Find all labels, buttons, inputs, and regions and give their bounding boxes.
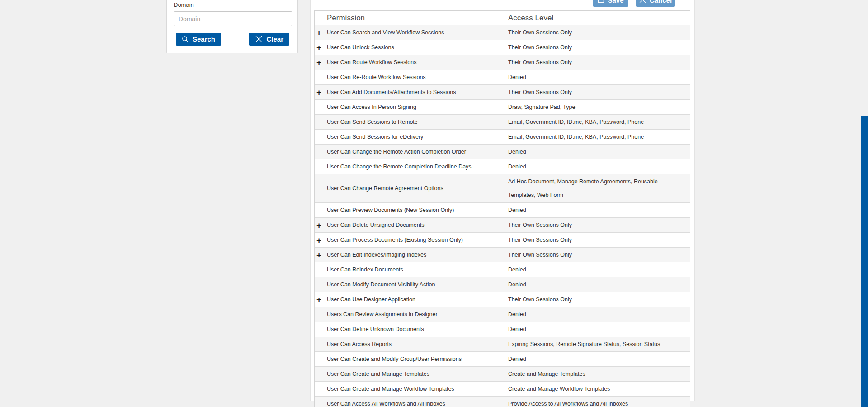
expand-cell: + [315,130,327,144]
access-level-cell: Their Own Sessions Only [508,25,680,40]
access-level-cell: Ad Hoc Document, Manage Remote Agreement… [508,174,680,202]
plus-icon[interactable]: + [316,221,321,229]
plus-icon[interactable]: + [316,28,321,37]
expand-cell: + [315,262,327,277]
table-row: + User Can Process Documents (Existing S… [315,232,690,247]
permission-cell: User Can Create and Manage Workflow Temp… [327,382,508,396]
expand-cell: + [315,100,327,114]
permission-cell: User Can Change Remote Agreement Options [327,174,508,202]
cancel-button-label: Cancel [650,0,672,4]
access-level-cell: Draw, Signature Pad, Type [508,100,680,114]
access-level-cell: Their Own Sessions Only [508,85,680,99]
permission-cell: User Can Send Sessions for eDelivery [327,130,508,144]
cancel-button[interactable]: Cancel [636,0,675,7]
plus-icon[interactable]: + [316,236,321,244]
access-level-cell: Their Own Sessions Only [508,55,680,70]
access-level-cell: Denied [508,159,680,174]
permission-cell: User Can Reindex Documents [327,262,508,277]
access-level-cell: Denied [508,322,680,337]
access-level-cell: Denied [508,262,680,277]
table-row: + User Can Route Workflow Sessions Their… [315,55,690,70]
access-level-cell: Their Own Sessions Only [508,40,680,55]
expand-cell: + [315,70,327,84]
clear-button[interactable]: Clear [249,33,289,46]
access-level-column-header: Access Level [508,14,690,23]
permission-cell: User Can Edit Indexes/Imaging Indexes [327,248,508,262]
clear-button-label: Clear [266,35,283,43]
plus-icon[interactable]: + [316,88,321,97]
table-row: + User Can Create and Manage Templates C… [315,366,690,381]
permission-cell: User Can Modify Document Visibility Acti… [327,277,508,292]
access-level-cell: Denied [508,277,680,292]
permission-cell: User Can Use Designer Application [327,292,508,307]
access-level-cell: Denied [508,70,680,84]
table-row: + User Can Add Documents/Attachments to … [315,84,690,99]
access-level-cell: Email, Government ID, ID.me, KBA, Passwo… [508,130,680,144]
expand-cell: + [315,337,327,351]
access-level-cell: Denied [508,307,680,322]
expand-cell: + [315,174,327,202]
permission-cell: User Can Define Unknown Documents [327,322,508,337]
permission-cell: User Can Access All Workflows and All In… [327,397,508,407]
expand-cell: + [315,307,327,322]
access-level-cell: Provide Access to All Workflows and All … [508,397,680,407]
permission-cell: User Can Search and View Workflow Sessio… [327,25,508,40]
x-icon [255,35,263,43]
expand-cell: + [315,382,327,396]
magnifier-icon [182,36,189,43]
search-button-label: Search [193,35,215,43]
plus-icon[interactable]: + [316,43,321,52]
permission-cell: Users Can Review Assignments in Designer [327,307,508,322]
table-row: + User Can Modify Document Visibility Ac… [315,277,690,292]
permission-cell: User Can Delete Unsigned Documents [327,218,508,232]
table-row: + User Can Access All Workflows and All … [315,396,690,407]
table-row: + User Can Define Unknown Documents Deni… [315,322,690,337]
save-button[interactable]: Save [593,0,628,7]
permission-cell: User Can Process Documents (Existing Ses… [327,233,508,247]
permission-cell: User Can Change the Remote Action Comple… [327,145,508,159]
expand-cell: + [315,233,327,247]
access-level-cell: Denied [508,145,680,159]
domain-input[interactable] [174,11,292,26]
expand-cell: + [315,85,327,99]
table-row: + User Can Delete Unsigned Documents The… [315,217,690,232]
permission-cell: User Can Preview Documents (New Session … [327,203,508,217]
table-body: + User Can Search and View Workflow Sess… [315,25,690,407]
expand-cell: + [315,203,327,217]
table-row: + User Can Send Sessions for eDelivery E… [315,129,690,144]
access-level-cell: Create and Manage Templates [508,367,680,381]
table-row: + User Can Search and View Workflow Sess… [315,25,690,40]
access-level-cell: Denied [508,203,680,217]
plus-icon[interactable]: + [316,58,321,67]
permission-cell: User Can Route Workflow Sessions [327,55,508,70]
permission-cell: User Can Access In Person Signing [327,100,508,114]
save-button-label: Save [608,0,623,4]
access-level-cell: Their Own Sessions Only [508,248,680,262]
domain-filter-card: Domain Search Clear [166,0,298,53]
plus-icon[interactable]: + [316,295,321,304]
expand-cell: + [315,40,327,55]
permissions-panel: Permission Access Level + User Can Searc… [310,0,695,401]
table-header-row: Permission Access Level [315,11,690,25]
expand-cell: + [315,292,327,307]
domain-field-label: Domain [174,1,289,8]
expand-cell: + [315,277,327,292]
expand-cell: + [315,397,327,407]
table-row: + User Can Change the Remote Action Comp… [315,144,690,159]
plus-icon[interactable]: + [316,251,321,259]
table-row: + User Can Unlock Sessions Their Own Ses… [315,40,690,55]
table-row: + User Can Edit Indexes/Imaging Indexes … [315,247,690,262]
access-level-cell: Their Own Sessions Only [508,218,680,232]
vertical-scrollbar-thumb[interactable] [861,116,868,407]
table-row: + Users Can Review Assignments in Design… [315,307,690,322]
floppy-disk-icon [598,0,604,5]
search-button[interactable]: Search [176,33,221,46]
table-row: + User Can Change Remote Agreement Optio… [315,174,690,202]
permission-cell: User Can Send Sessions to Remote [327,115,508,129]
access-level-cell: Their Own Sessions Only [508,233,680,247]
x-icon [639,0,646,5]
access-level-cell: Expiring Sessions, Remote Signature Stat… [508,337,680,351]
access-level-cell: Denied [508,352,680,366]
permission-cell: User Can Unlock Sessions [327,40,508,55]
expand-cell: + [315,367,327,381]
